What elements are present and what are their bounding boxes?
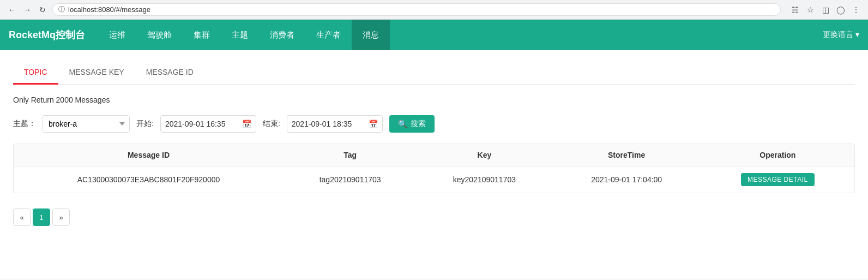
col-header-operation: Operation — [701, 144, 854, 166]
forward-button[interactable]: → — [22, 4, 33, 15]
navbar-item-zhuti[interactable]: 主题 — [221, 20, 259, 50]
col-header-message-id: Message ID — [14, 144, 284, 166]
end-date-wrap: 📅 — [287, 115, 383, 133]
table-wrap: Message ID Tag Key StoreTime Operation A… — [13, 144, 855, 193]
tab-message-key[interactable]: MESSAGE KEY — [58, 61, 135, 85]
cell-store-time: 2021-09-01 17:04:00 — [552, 166, 701, 193]
bookmark-icon[interactable]: ☆ — [805, 4, 816, 15]
page-1-button[interactable]: 1 — [33, 208, 50, 226]
navbar-item-xiaofeizhe[interactable]: 消费者 — [259, 20, 305, 50]
start-calendar-icon[interactable]: 📅 — [242, 120, 251, 128]
next-page-button[interactable]: » — [52, 208, 70, 226]
translate-icon[interactable]: ☵ — [789, 4, 800, 15]
info-text: Only Return 2000 Messages — [13, 96, 855, 104]
start-label: 开始: — [136, 119, 154, 129]
message-detail-button[interactable]: MESSAGE DETAIL — [741, 173, 815, 186]
end-label: 结束: — [263, 119, 280, 129]
tabs: TOPIC MESSAGE KEY MESSAGE ID — [13, 61, 855, 85]
cell-message-id: AC13000300073E3ABC8801F20F920000 — [14, 166, 284, 193]
profile-icon[interactable]: ◯ — [835, 4, 846, 15]
navbar-brand: RocketMq控制台 — [9, 28, 85, 41]
col-header-key: Key — [417, 144, 552, 166]
col-header-storetime: StoreTime — [552, 144, 701, 166]
col-header-tag: Tag — [284, 144, 417, 166]
navbar-item-yunwei[interactable]: 运维 — [98, 20, 136, 50]
navbar-item-shengchanzhe[interactable]: 生产者 — [305, 20, 352, 50]
cell-tag: tag202109011703 — [284, 166, 417, 193]
message-table: Message ID Tag Key StoreTime Operation A… — [14, 144, 854, 193]
navbar-items: 运维 驾驶舱 集群 主题 消费者 生产者 消息 — [98, 20, 823, 50]
start-date-wrap: 📅 — [160, 115, 256, 133]
prev-page-button[interactable]: « — [13, 208, 31, 226]
navbar: RocketMq控制台 运维 驾驶舱 集群 主题 消费者 生产者 消息 更换语言… — [0, 20, 868, 50]
refresh-button[interactable]: ↻ — [37, 4, 48, 15]
start-date-input[interactable] — [165, 120, 239, 128]
end-calendar-icon[interactable]: 📅 — [369, 120, 378, 128]
main-content: TOPIC MESSAGE KEY MESSAGE ID Only Return… — [0, 50, 868, 279]
navbar-item-xiaosi[interactable]: 消息 — [352, 20, 390, 50]
extensions-icon[interactable]: ◫ — [820, 4, 831, 15]
lang-button[interactable]: 更换语言 ▾ — [823, 30, 859, 40]
topic-label: 主题： — [13, 119, 36, 129]
search-form: 主题： broker-a 开始: 📅 结束: 📅 🔍 搜索 — [13, 115, 855, 133]
address-bar: ⓘ localhost:8080/#/message — [52, 3, 781, 16]
pagination: « 1 » — [13, 204, 855, 230]
tab-message-id[interactable]: MESSAGE ID — [135, 61, 204, 85]
navbar-item-jiqun[interactable]: 集群 — [183, 20, 221, 50]
url-text: localhost:8080/#/message — [68, 5, 150, 14]
table-row: AC13000300073E3ABC8801F20F920000 tag2021… — [14, 166, 854, 193]
search-icon: 🔍 — [398, 120, 407, 128]
lock-icon: ⓘ — [58, 5, 65, 14]
browser-bar: ← → ↻ ⓘ localhost:8080/#/message ☵ ☆ ◫ ◯… — [0, 0, 868, 20]
cell-key: key202109011703 — [417, 166, 552, 193]
tab-topic[interactable]: TOPIC — [13, 61, 58, 85]
end-date-input[interactable] — [292, 120, 365, 128]
topic-select[interactable]: broker-a — [43, 115, 130, 133]
cell-operation: MESSAGE DETAIL — [701, 166, 854, 193]
search-button[interactable]: 🔍 搜索 — [389, 115, 435, 133]
back-button[interactable]: ← — [7, 4, 17, 15]
menu-icon[interactable]: ⋮ — [851, 4, 861, 15]
navbar-item-jiashicang[interactable]: 驾驶舱 — [136, 20, 183, 50]
